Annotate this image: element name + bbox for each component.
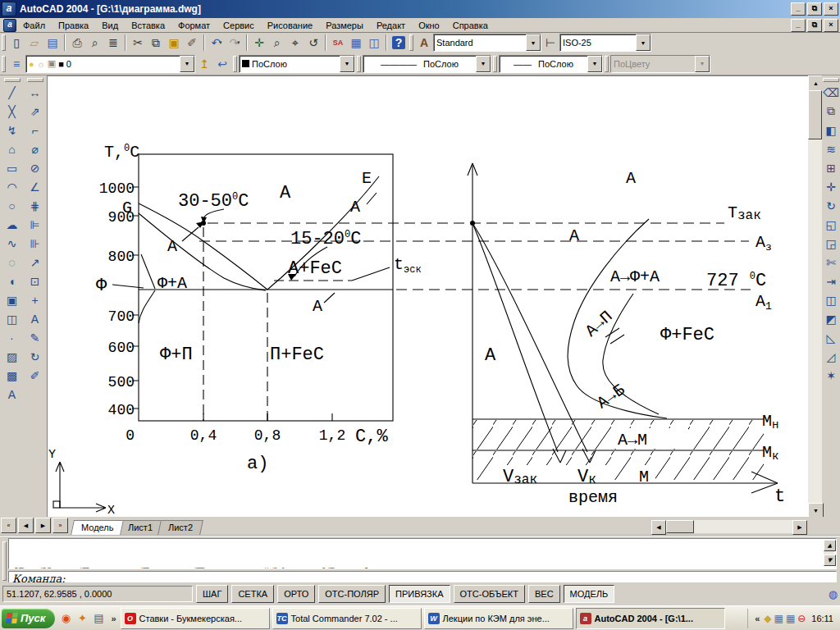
scroll-left-icon[interactable]: ◀ [651,520,666,535]
publish-button[interactable]: ≣ [104,34,122,52]
hatch-button[interactable]: ▨ [2,347,22,366]
fillet-button[interactable]: ◿ [821,347,840,366]
command-history[interactable]: [Все/Центр/Динамика/Границы/Предыдущий/М… [8,538,837,569]
toolbar-grip[interactable] [823,78,839,82]
mirror-button[interactable]: ◧ [821,121,840,139]
status-toggle-МОДЕЛЬ[interactable]: МОДЕЛЬ [564,585,615,603]
zoom-window-button[interactable]: ⌖ [286,34,304,52]
tab-nav-3[interactable]: ▶ [35,518,51,533]
tab-Модель[interactable]: Модель [71,520,124,535]
tool-palettes-button[interactable]: ◫ [365,34,383,52]
vertical-scrollbar[interactable]: ▲ ▼ [808,75,822,517]
minimize-button[interactable]: _ [791,2,806,16]
status-toggle-ОРТО[interactable]: ОРТО [277,585,315,603]
menu-item-7[interactable]: Рисование [261,20,319,31]
circle-button[interactable]: ○ [2,196,22,215]
plot-preview-button[interactable]: ⌕ [86,34,104,52]
communication-center-icon[interactable]: ◍ [829,588,838,600]
stretch-button[interactable]: ◲ [821,234,840,253]
text-style-icon[interactable]: A [415,34,433,52]
spline-button[interactable]: ∿ [2,234,22,253]
move-button[interactable]: ✛ [821,177,840,196]
document-icon[interactable]: a [3,19,16,32]
chevron-down-icon[interactable]: ▼ [587,56,602,72]
quick-save-icon[interactable]: ▤ [90,609,107,628]
construction-line-button[interactable]: ╳ [2,102,22,121]
point-button[interactable]: ∙ [2,328,22,347]
scroll-down-icon[interactable]: ▼ [824,555,836,566]
aligned-dimension-button[interactable]: ⇗ [25,102,45,121]
menu-item-1[interactable]: Файл [16,20,52,31]
hscroll-thumb[interactable] [666,520,694,533]
toolbar-grip[interactable] [493,56,497,72]
toolbar-grip[interactable] [233,56,237,72]
menu-item-4[interactable]: Вставка [125,20,171,31]
open-button[interactable]: ▱ [25,34,43,52]
status-toggle-ОТС-ОБЪЕКТ[interactable]: ОТС-ОБЪЕКТ [454,585,525,603]
diameter-dimension-button[interactable]: ⊘ [25,158,45,177]
mdi-restore-button[interactable]: ⧉ [807,19,822,32]
task-word-task-button[interactable]: WЛекции по КЭМ для эне... [424,608,573,629]
dimension-edit-button[interactable]: ✎ [25,328,45,347]
linetype-combo[interactable]: ———— ПоСлою ▼ [363,55,491,73]
tab-Лист2[interactable]: Лист2 [158,520,203,535]
menu-item-3[interactable]: Вид [95,20,125,31]
menu-item-9[interactable]: Редакт [370,20,412,31]
multiline-text-button[interactable]: А [2,385,22,404]
tray-chevron-icon[interactable]: « [753,614,761,623]
toolbar-grip[interactable] [4,78,21,82]
chevron-down-icon[interactable]: ▼ [340,56,354,72]
chevron-down-icon[interactable]: ▼ [526,34,541,51]
horizontal-scrollbar[interactable]: ◀ ▶ [651,520,807,533]
region-button[interactable]: ▩ [2,366,22,385]
arc-button[interactable]: ◠ [2,177,22,196]
chamfer-button[interactable]: ◺ [821,328,840,347]
extend-button[interactable]: ⇥ [821,272,840,290]
start-button[interactable]: Пуск [2,609,55,628]
command-scrollbar[interactable]: ▲ ▼ [824,540,834,566]
new-button[interactable]: ▯ [7,34,25,52]
trim-button[interactable]: ✄ [821,253,840,272]
chevron-down-icon[interactable]: ▼ [636,34,651,51]
coordinates-readout[interactable]: 51.1207, 62.9585 , 0.0000 [2,586,193,602]
tab-nav-1[interactable]: « [1,518,16,533]
paste-button[interactable]: ▣ [165,34,183,52]
vscroll-thumb[interactable] [808,90,822,139]
dimension-text-edit-button[interactable]: A [25,309,45,328]
tray-update-icon[interactable]: ◆ [764,613,771,624]
break-at-point-button[interactable]: ◩ [821,309,840,328]
chevron-down-icon[interactable]: ▼ [476,56,491,72]
chevron-down-icon[interactable]: ▾ [237,39,240,46]
text-style-combo[interactable]: Standard ▼ [433,34,541,52]
scroll-up-icon[interactable]: ▲ [824,540,836,551]
line-button[interactable]: ╱ [2,83,22,102]
chevron-down-icon[interactable]: ▼ [180,56,194,72]
scroll-right-icon[interactable]: ▶ [792,520,807,535]
tab-Лист1[interactable]: Лист1 [118,520,164,535]
offset-button[interactable]: ≋ [821,139,840,158]
status-toggle-ШАГ[interactable]: ШАГ [196,585,228,603]
menu-item-2[interactable]: Правка [52,20,95,31]
close-button[interactable]: × [824,2,838,16]
lock-icon[interactable]: ▣ [48,58,56,69]
save-button[interactable]: ▤ [43,34,62,52]
cut-button[interactable]: ✂ [129,34,147,52]
ellipse-button[interactable]: ◌ [2,253,22,272]
make-object-layer-icon[interactable]: ↥ [195,55,213,73]
toolbar-grip[interactable] [409,34,413,51]
polyline-button[interactable]: ↯ [2,121,22,139]
pan-realtime-button[interactable]: ✛ [250,34,268,52]
toolbar-grip[interactable] [605,56,609,72]
toolbar-grip[interactable] [2,56,6,72]
lineweight-combo[interactable]: —— ПоСлою ▼ [499,55,603,73]
copy-object-button[interactable]: ⧉ [821,102,840,121]
toolbar-grip[interactable] [2,34,6,51]
polygon-button[interactable]: ⌂ [2,139,22,158]
explode-button[interactable]: ✶ [821,366,840,385]
menu-item-10[interactable]: Окно [412,20,446,31]
redo-button[interactable]: ↷▾ [226,34,244,52]
quick-launch-2-icon[interactable]: ✦ [74,609,90,628]
ordinate-dimension-button[interactable]: ⌐ [25,121,45,139]
mdi-minimize-button[interactable]: _ [791,19,806,32]
status-toggle-ОТС-ПОЛЯР[interactable]: ОТС-ПОЛЯР [318,585,386,603]
